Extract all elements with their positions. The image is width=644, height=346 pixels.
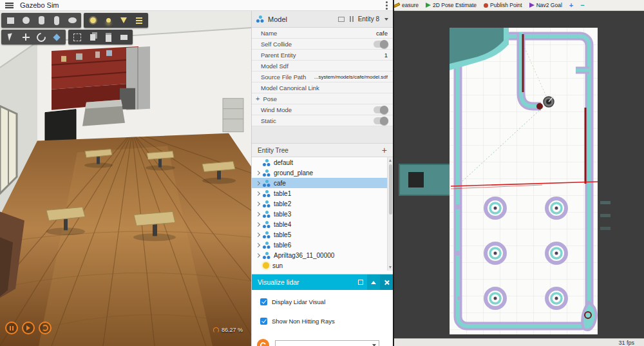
- expand-chevron-icon[interactable]: [256, 170, 260, 175]
- tree-item-table5[interactable]: table5: [252, 229, 387, 240]
- add-entity-button[interactable]: +: [382, 146, 387, 155]
- entity-tree-list: defaultground_planecafetable1table2table…: [252, 157, 387, 271]
- paste-icon[interactable]: [100, 30, 116, 44]
- expand-chevron-icon[interactable]: [256, 232, 260, 236]
- publish-point-button[interactable]: Publish Point: [480, 1, 526, 9]
- scrollbar-thumb[interactable]: [389, 164, 392, 215]
- expand-chevron-icon[interactable]: [256, 222, 260, 226]
- hamburger-menu-icon[interactable]: [5, 2, 14, 8]
- sphere-icon[interactable]: [18, 14, 33, 27]
- tree-item-sun[interactable]: sun: [252, 260, 387, 271]
- point-light-icon[interactable]: [100, 14, 116, 27]
- property-label: Model Canonical Link: [261, 84, 319, 91]
- model-icon: [263, 200, 270, 207]
- zoom-out-button[interactable]: −: [577, 1, 587, 10]
- float-panel-button[interactable]: [354, 274, 367, 290]
- button-label: easure: [402, 2, 419, 8]
- rviz-toolbar: easure2D Pose EstimatePublish PointNav2 …: [394, 0, 644, 11]
- rtf-button[interactable]: [39, 322, 52, 334]
- translate-icon[interactable]: [18, 30, 33, 44]
- gazebo-right-panel: Model Entity 8 NamecafeSelf CollideParen…: [251, 11, 393, 346]
- snap-icon[interactable]: [49, 30, 64, 44]
- tree-item-ground-plane[interactable]: ground_plane: [252, 168, 387, 178]
- tree-item-table3[interactable]: table3: [252, 209, 387, 219]
- visualize-lidar-title: Visualize lidar: [258, 278, 299, 286]
- property-label: Self Collide: [261, 41, 292, 48]
- collapse-panel-button[interactable]: [367, 274, 380, 290]
- pause-updates-icon[interactable]: [350, 16, 351, 22]
- scroll-up-icon[interactable]: [389, 159, 392, 162]
- tree-item-table4[interactable]: table4: [252, 219, 387, 229]
- rviz-statusbar: 31 fps: [394, 338, 644, 346]
- pause-button[interactable]: [5, 322, 18, 334]
- pose-estimate-icon: [426, 3, 431, 8]
- collapse-icon: [371, 281, 376, 284]
- tree-item-table1[interactable]: table1: [252, 188, 387, 198]
- topic-dropdown[interactable]: [275, 340, 379, 346]
- expand-chevron-icon[interactable]: [256, 211, 260, 216]
- property-value-cell: [374, 106, 388, 113]
- fps-counter: 31 fps: [618, 340, 634, 346]
- expand-chevron-icon[interactable]: [256, 253, 260, 257]
- overflow-menu-icon[interactable]: [386, 1, 388, 10]
- record-icon[interactable]: [116, 30, 131, 44]
- box-icon[interactable]: [3, 14, 18, 27]
- property-value-cell: ...system/models/cafe/model.sdf: [314, 74, 388, 80]
- tree-item-label: table5: [274, 231, 291, 238]
- gazebo-viewport[interactable]: 86.27 %: [0, 11, 251, 346]
- tree-item-cafe[interactable]: cafe: [252, 178, 387, 188]
- property-row-wind-mode: Wind Mode: [252, 104, 393, 115]
- step-button[interactable]: [22, 322, 35, 334]
- expand-chevron-icon[interactable]: [256, 180, 260, 185]
- spot-light-icon[interactable]: [116, 14, 131, 27]
- rtf-value: 86.27 %: [222, 327, 243, 333]
- tree-item-apriltag36-11-00000[interactable]: Apriltag36_11_00000: [252, 250, 387, 260]
- nav2-goal-button[interactable]: Nav2 Goal: [526, 1, 565, 9]
- entity-tree: defaultground_planecafetable1table2table…: [252, 157, 393, 271]
- align-icon[interactable]: [70, 30, 85, 44]
- rviz-3d-view[interactable]: [394, 11, 644, 338]
- refresh-icon: [260, 341, 267, 346]
- expand-chevron-icon[interactable]: [256, 242, 260, 247]
- tree-item-default[interactable]: default: [252, 157, 387, 168]
- cylinder-icon[interactable]: [33, 14, 49, 27]
- checkbox-row-display-lidar-visual[interactable]: Display Lidar Visual: [260, 298, 393, 305]
- button-label: 2D Pose Estimate: [433, 2, 477, 8]
- dir-light-icon[interactable]: [131, 14, 147, 27]
- static-toggle[interactable]: [374, 117, 388, 124]
- checkbox-row-show-non-hitting-rays[interactable]: Show Non Hitting Rays: [260, 318, 393, 325]
- checkbox[interactable]: [260, 298, 267, 305]
- property-row-name: Namecafe: [252, 28, 393, 39]
- rotate-icon[interactable]: [33, 30, 49, 44]
- tree-item-table2[interactable]: table2: [252, 198, 387, 209]
- expand-icon[interactable]: +: [256, 95, 260, 102]
- pose-estimate-button[interactable]: 2D Pose Estimate: [422, 1, 480, 9]
- visualize-lidar-panel: Visualize lidar Display Lidar VisualShow…: [252, 274, 393, 346]
- wind-mode-toggle[interactable]: [374, 106, 388, 113]
- copy-icon[interactable]: [85, 30, 100, 44]
- checkbox[interactable]: [260, 318, 267, 325]
- property-value: cafe: [376, 30, 388, 37]
- publish-point-icon: [484, 3, 488, 8]
- lights-toolbar: [84, 13, 148, 28]
- capsule-icon[interactable]: [49, 14, 64, 27]
- expand-chevron-icon[interactable]: [256, 201, 260, 206]
- ellipsoid-icon[interactable]: [64, 14, 80, 27]
- property-row-model-sdf: Model Sdf: [252, 61, 393, 72]
- zoom-in-button[interactable]: +: [566, 1, 576, 10]
- sun-light-icon[interactable]: [85, 14, 100, 27]
- entity-selector[interactable]: Entity 8: [358, 15, 379, 23]
- refresh-topic-button[interactable]: [257, 339, 269, 346]
- self-collide-toggle[interactable]: [374, 41, 388, 48]
- measure-button[interactable]: easure: [394, 1, 422, 9]
- visualize-lidar-header[interactable]: Visualize lidar: [252, 274, 393, 290]
- undock-icon[interactable]: [338, 17, 345, 22]
- tree-scrollbar[interactable]: [387, 157, 393, 271]
- close-panel-button[interactable]: [380, 274, 393, 290]
- scroll-down-icon[interactable]: [389, 266, 392, 269]
- sun-icon: [263, 262, 269, 269]
- checkbox-label: Display Lidar Visual: [272, 298, 325, 305]
- select-icon[interactable]: [3, 30, 18, 44]
- tree-item-table6[interactable]: table6: [252, 240, 387, 250]
- expand-chevron-icon[interactable]: [256, 191, 260, 195]
